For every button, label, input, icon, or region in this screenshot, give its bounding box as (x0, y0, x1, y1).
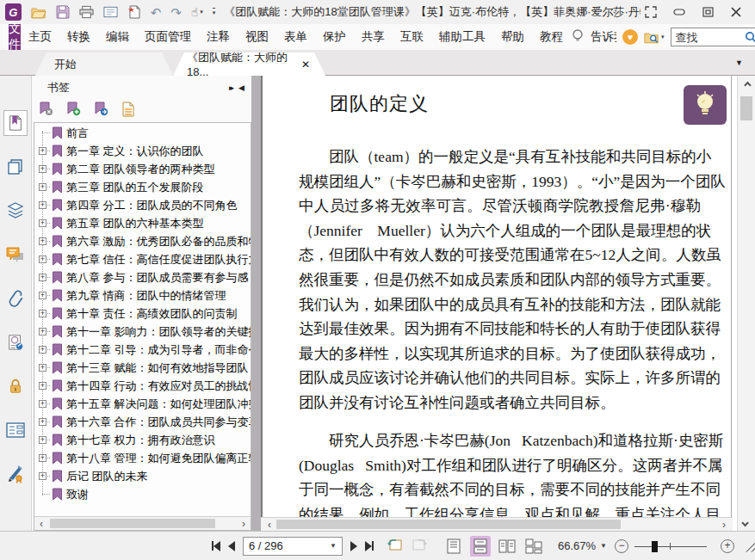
bookmark-item[interactable]: + 第三章 团队的五个发展阶段 (34, 178, 251, 196)
bookmark-item[interactable]: + 第十三章 赋能：如何有效地指导团队 (34, 359, 251, 377)
collapse-panel-icon[interactable]: ◀ (238, 83, 244, 92)
file-menu-button[interactable]: 文件 (9, 24, 21, 50)
sign-stamp-icon[interactable] (3, 461, 28, 487)
bookmark-item[interactable]: + 第四章 分工：团队成员的不同角色 (34, 196, 251, 214)
zoom-caret-icon[interactable]: ▼ (600, 542, 607, 550)
close-button[interactable] (726, 3, 746, 22)
menu-item[interactable]: 保护 (315, 24, 354, 50)
add-bookmark-icon[interactable] (66, 102, 81, 120)
undo-icon[interactable]: ↶ (151, 6, 162, 19)
form-fields-icon[interactable] (3, 417, 28, 443)
scroll-right-icon[interactable]: › (237, 517, 251, 530)
bookmarks-panel-icon[interactable] (3, 110, 28, 136)
zoom-out-button[interactable]: − (615, 539, 628, 553)
expand-plus-icon[interactable]: + (39, 274, 46, 281)
menu-item[interactable]: 转换 (59, 24, 98, 50)
email-icon[interactable] (103, 6, 118, 18)
page-field-caret-icon[interactable]: ▼ (325, 542, 342, 550)
expand-plus-icon[interactable]: + (39, 382, 46, 390)
resize-grip-icon[interactable] (743, 540, 755, 552)
bookmark-item[interactable]: + 第十五章 解决问题：如何处理团队冲突 (34, 395, 251, 413)
bookmarks-horizontal-scrollbar[interactable]: ‹ › (34, 516, 251, 530)
expand-plus-icon[interactable]: + (39, 201, 46, 209)
bookmark-item[interactable]: + 第五章 团队的六种基本类型 (34, 214, 251, 232)
bookmark-item[interactable]: 致谢 (34, 485, 251, 503)
layers-icon[interactable] (3, 198, 28, 224)
heart-icon[interactable]: ♥ (622, 29, 638, 45)
hand-tool-button[interactable]: ☝ ▾ (191, 5, 203, 19)
zoom-slider-thumb[interactable] (652, 541, 658, 552)
expand-plus-icon[interactable]: + (39, 328, 46, 335)
bookmark-item[interactable]: + 第七章 信任：高信任度促进团队执行力 (34, 250, 251, 268)
open-file-icon[interactable] (31, 6, 46, 19)
expand-plus-icon[interactable]: + (39, 472, 46, 480)
expand-plus-icon[interactable]: + (39, 183, 46, 191)
scroll-left-icon[interactable]: ‹ (34, 517, 48, 530)
panel-splitter[interactable] (251, 76, 261, 531)
expand-plus-icon[interactable]: + (39, 237, 46, 245)
continuous-view-button[interactable] (470, 536, 491, 557)
bookmark-item[interactable]: + 后记 团队的未来 (34, 467, 251, 485)
menu-item[interactable]: 视图 (238, 24, 276, 50)
security-lock-icon[interactable] (3, 373, 28, 399)
first-page-button[interactable] (212, 541, 220, 551)
page-thumbnails-icon[interactable] (3, 154, 28, 180)
expand-plus-icon[interactable]: + (39, 310, 46, 317)
menu-item[interactable]: 互联 (393, 24, 431, 50)
tab-start[interactable]: 开始 (35, 52, 173, 76)
document-vertical-scrollbar[interactable] (737, 76, 755, 531)
bookmark-item[interactable]: 前言 (34, 124, 251, 142)
bookmark-item[interactable]: + 第六章 激励：优秀团队必备的品质和特 (34, 232, 251, 250)
scroll-down-icon[interactable] (738, 515, 755, 530)
page-number-field[interactable]: 6 / 296 ▼ (243, 537, 343, 556)
menu-item[interactable]: 注释 (199, 24, 238, 50)
menu-item[interactable]: 辅助工具 (431, 24, 493, 50)
scrollbar-thumb[interactable] (276, 520, 621, 529)
tab-document[interactable]: 《团队赋能：大师的18... ✕ (173, 52, 325, 76)
tab-list-caret-icon[interactable]: ▼ (735, 58, 743, 67)
bookmark-item[interactable]: + 第二章 团队领导者的两种类型 (34, 160, 251, 178)
page-properties-icon[interactable] (121, 102, 135, 120)
last-page-button[interactable] (365, 541, 374, 551)
minimize-button[interactable] (669, 3, 690, 22)
expand-plus-icon[interactable]: + (39, 292, 46, 299)
search-icon[interactable] (744, 30, 755, 44)
previous-page-button[interactable] (228, 541, 235, 551)
scrollbar-thumb[interactable] (50, 519, 215, 528)
expand-panel-icon[interactable]: ▸▸ (229, 83, 232, 92)
expand-plus-icon[interactable]: + (39, 454, 46, 462)
goto-bookmark-icon[interactable] (94, 102, 108, 120)
menu-item[interactable]: 主页 (21, 24, 59, 50)
menu-item[interactable]: 编辑 (98, 24, 137, 50)
bookmark-item[interactable]: + 第十六章 合作：团队成员共同参与变革 (34, 413, 251, 431)
zoom-percentage[interactable]: 66.67% (558, 539, 596, 552)
zoom-slider[interactable] (634, 539, 707, 553)
bookmark-item[interactable]: + 第十八章 管理：如何避免团队偏离正轨 (34, 449, 251, 467)
expand-plus-icon[interactable]: + (39, 418, 46, 426)
collapse-bookmarks-icon[interactable] (39, 102, 53, 120)
maximize-button[interactable] (697, 3, 718, 22)
menu-item[interactable]: 帮助 (493, 24, 532, 50)
redo-icon[interactable]: ↷ (170, 6, 182, 19)
bookmark-item[interactable]: + 第十四章 行动：有效应对员工的挑战性 (34, 377, 251, 395)
bookmark-item[interactable]: + 第十二章 引导：成为引导者，而非命令 (34, 341, 251, 359)
expand-plus-icon[interactable]: + (39, 436, 46, 444)
zoom-in-button[interactable]: + (721, 539, 734, 553)
next-page-button[interactable] (350, 541, 357, 551)
single-page-view-button[interactable] (443, 536, 464, 557)
dock-layout-icon[interactable] (641, 3, 661, 22)
search-folder-caret-icon[interactable]: ▾ (661, 34, 665, 40)
menu-item[interactable]: 共享 (354, 24, 393, 50)
digital-signatures-icon[interactable] (3, 329, 28, 355)
scroll-up-icon[interactable] (738, 77, 755, 92)
expand-plus-icon[interactable]: + (39, 364, 46, 372)
print-icon[interactable] (79, 5, 94, 19)
attachments-icon[interactable] (3, 286, 28, 311)
tab-close-icon[interactable]: ✕ (301, 58, 310, 71)
new-document-icon[interactable] (127, 5, 141, 19)
lightbulb-assistant-icon[interactable] (571, 28, 585, 46)
tell-me-label[interactable]: 告诉我 (591, 29, 616, 45)
zoom-slider-track[interactable] (634, 546, 707, 547)
customize-toolbar-icon[interactable]: ▾ (213, 8, 216, 16)
bookmark-item[interactable]: + 第十一章 影响力：团队领导者的关键技 (34, 323, 251, 341)
